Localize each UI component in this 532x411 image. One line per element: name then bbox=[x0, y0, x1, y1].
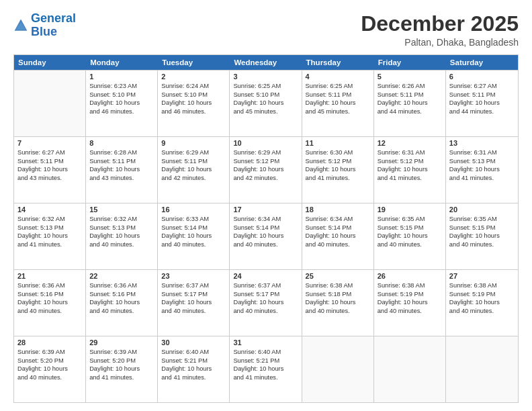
cell-info-line: and 45 minutes. bbox=[306, 107, 370, 116]
cell-info-line: Sunset: 5:11 PM bbox=[306, 91, 370, 99]
day-number: 12 bbox=[378, 139, 442, 147]
cell-info-line: Sunrise: 6:35 AM bbox=[378, 215, 442, 224]
day-number: 9 bbox=[161, 139, 226, 147]
cell-info-line: and 40 minutes. bbox=[161, 307, 226, 316]
cell-info-line: Daylight: 10 hours bbox=[233, 165, 298, 174]
calendar-body: 1Sunrise: 6:23 AMSunset: 5:10 PMDaylight… bbox=[14, 70, 518, 402]
cell-info-line: Daylight: 10 hours bbox=[89, 232, 154, 240]
header-day-wednesday: Wednesday bbox=[230, 55, 302, 70]
cell-info-line: Daylight: 10 hours bbox=[17, 165, 82, 174]
day-number: 29 bbox=[89, 338, 154, 347]
day-number: 25 bbox=[306, 272, 370, 280]
day-number: 14 bbox=[17, 205, 82, 214]
cell-info-line: Sunset: 5:12 PM bbox=[306, 157, 370, 166]
cell-info-line: and 46 minutes. bbox=[161, 107, 226, 116]
title-block: December 2025 Paltan, Dhaka, Bangladesh bbox=[361, 12, 519, 48]
cell-info-line: Sunset: 5:19 PM bbox=[449, 290, 515, 299]
cell-info-line: Daylight: 10 hours bbox=[233, 99, 298, 107]
cell-info-line: Sunset: 5:13 PM bbox=[17, 224, 82, 232]
header-day-sunday: Sunday bbox=[14, 55, 86, 70]
cell-info-line: Sunrise: 6:29 AM bbox=[161, 148, 226, 157]
cell-info-line: Sunset: 5:17 PM bbox=[233, 290, 298, 299]
cell-info-line: Sunset: 5:12 PM bbox=[378, 157, 442, 166]
cell-info-line: Sunrise: 6:23 AM bbox=[89, 82, 154, 91]
cell-info-line: and 41 minutes. bbox=[378, 174, 442, 183]
calendar-week-2: 7Sunrise: 6:27 AMSunset: 5:11 PMDaylight… bbox=[14, 136, 518, 203]
calendar-cell-25: 25Sunrise: 6:38 AMSunset: 5:18 PMDayligh… bbox=[302, 270, 374, 336]
cell-info-line: Daylight: 10 hours bbox=[306, 165, 370, 174]
main-title: December 2025 bbox=[361, 12, 519, 36]
calendar-cell-31: 31Sunrise: 6:40 AMSunset: 5:21 PMDayligh… bbox=[230, 336, 302, 402]
cell-info-line: and 40 minutes. bbox=[89, 240, 154, 249]
cell-info-line: and 41 minutes. bbox=[161, 373, 226, 382]
cell-info-line: Sunrise: 6:26 AM bbox=[378, 82, 442, 91]
cell-info-line: Daylight: 10 hours bbox=[89, 298, 154, 307]
day-number: 22 bbox=[89, 272, 154, 280]
cell-info-line: Sunset: 5:18 PM bbox=[306, 290, 370, 299]
cell-info-line: Sunset: 5:14 PM bbox=[306, 224, 370, 232]
cell-info-line: Sunset: 5:11 PM bbox=[161, 157, 226, 166]
calendar-cell-28: 28Sunrise: 6:39 AMSunset: 5:20 PMDayligh… bbox=[14, 336, 86, 402]
cell-info-line: Sunrise: 6:34 AM bbox=[233, 215, 298, 224]
cell-info-line: and 40 minutes. bbox=[233, 307, 298, 316]
day-number: 17 bbox=[233, 205, 298, 214]
day-number: 5 bbox=[378, 73, 442, 81]
cell-info-line: Sunset: 5:10 PM bbox=[161, 91, 226, 99]
cell-info-line: Sunset: 5:13 PM bbox=[89, 224, 154, 232]
cell-info-line: Sunset: 5:20 PM bbox=[89, 357, 154, 365]
day-number: 7 bbox=[17, 139, 82, 147]
cell-info-line: and 40 minutes. bbox=[378, 240, 442, 249]
day-number: 8 bbox=[89, 139, 154, 147]
cell-info-line: and 44 minutes. bbox=[378, 107, 442, 116]
calendar-cell-29: 29Sunrise: 6:39 AMSunset: 5:20 PMDayligh… bbox=[86, 336, 158, 402]
day-number: 31 bbox=[233, 338, 298, 347]
calendar-cell-empty bbox=[14, 71, 86, 136]
cell-info-line: Sunrise: 6:30 AM bbox=[306, 148, 370, 157]
cell-info-line: Daylight: 10 hours bbox=[449, 99, 515, 107]
cell-info-line: and 40 minutes. bbox=[17, 307, 82, 316]
day-number: 27 bbox=[449, 272, 515, 280]
cell-info-line: Sunrise: 6:40 AM bbox=[233, 348, 298, 357]
calendar-cell-1: 1Sunrise: 6:23 AMSunset: 5:10 PMDaylight… bbox=[86, 71, 158, 136]
day-number: 23 bbox=[161, 272, 226, 280]
header-day-friday: Friday bbox=[374, 55, 446, 70]
cell-info-line: Sunrise: 6:34 AM bbox=[306, 215, 370, 224]
cell-info-line: and 41 minutes. bbox=[17, 240, 82, 249]
cell-info-line: and 41 minutes. bbox=[306, 174, 370, 183]
calendar: SundayMondayTuesdayWednesdayThursdayFrid… bbox=[13, 54, 519, 403]
calendar-cell-empty bbox=[446, 336, 518, 402]
cell-info-line: Sunset: 5:10 PM bbox=[233, 91, 298, 99]
calendar-cell-3: 3Sunrise: 6:25 AMSunset: 5:10 PMDaylight… bbox=[230, 71, 302, 136]
calendar-cell-2: 2Sunrise: 6:24 AMSunset: 5:10 PMDaylight… bbox=[158, 71, 230, 136]
day-number: 30 bbox=[161, 338, 226, 347]
cell-info-line: and 41 minutes. bbox=[449, 174, 515, 183]
calendar-cell-24: 24Sunrise: 6:37 AMSunset: 5:17 PMDayligh… bbox=[230, 270, 302, 336]
cell-info-line: Sunset: 5:14 PM bbox=[233, 224, 298, 232]
calendar-cell-14: 14Sunrise: 6:32 AMSunset: 5:13 PMDayligh… bbox=[14, 203, 86, 269]
cell-info-line: Daylight: 10 hours bbox=[89, 365, 154, 373]
cell-info-line: Sunrise: 6:24 AM bbox=[161, 82, 226, 91]
calendar-cell-26: 26Sunrise: 6:38 AMSunset: 5:19 PMDayligh… bbox=[374, 270, 446, 336]
cell-info-line: Daylight: 10 hours bbox=[161, 298, 226, 307]
day-number: 10 bbox=[233, 139, 298, 147]
cell-info-line: Sunrise: 6:38 AM bbox=[306, 281, 370, 290]
cell-info-line: and 46 minutes. bbox=[89, 107, 154, 116]
calendar-cell-11: 11Sunrise: 6:30 AMSunset: 5:12 PMDayligh… bbox=[302, 137, 374, 203]
cell-info-line: and 41 minutes. bbox=[89, 373, 154, 382]
cell-info-line: Daylight: 10 hours bbox=[89, 99, 154, 107]
cell-info-line: Daylight: 10 hours bbox=[233, 365, 298, 373]
cell-info-line: Daylight: 10 hours bbox=[17, 232, 82, 240]
day-number: 13 bbox=[449, 139, 515, 147]
cell-info-line: and 42 minutes. bbox=[161, 174, 226, 183]
calendar-cell-7: 7Sunrise: 6:27 AMSunset: 5:11 PMDaylight… bbox=[14, 137, 86, 203]
cell-info-line: Sunset: 5:21 PM bbox=[161, 357, 226, 365]
cell-info-line: Sunrise: 6:32 AM bbox=[17, 215, 82, 224]
cell-info-line: and 44 minutes. bbox=[449, 107, 515, 116]
day-number: 21 bbox=[17, 272, 82, 280]
cell-info-line: Sunrise: 6:25 AM bbox=[306, 82, 370, 91]
day-number: 3 bbox=[233, 73, 298, 81]
cell-info-line: and 40 minutes. bbox=[17, 373, 82, 382]
cell-info-line: Sunrise: 6:40 AM bbox=[161, 348, 226, 357]
logo-general: General bbox=[31, 11, 76, 25]
day-number: 20 bbox=[449, 205, 515, 214]
